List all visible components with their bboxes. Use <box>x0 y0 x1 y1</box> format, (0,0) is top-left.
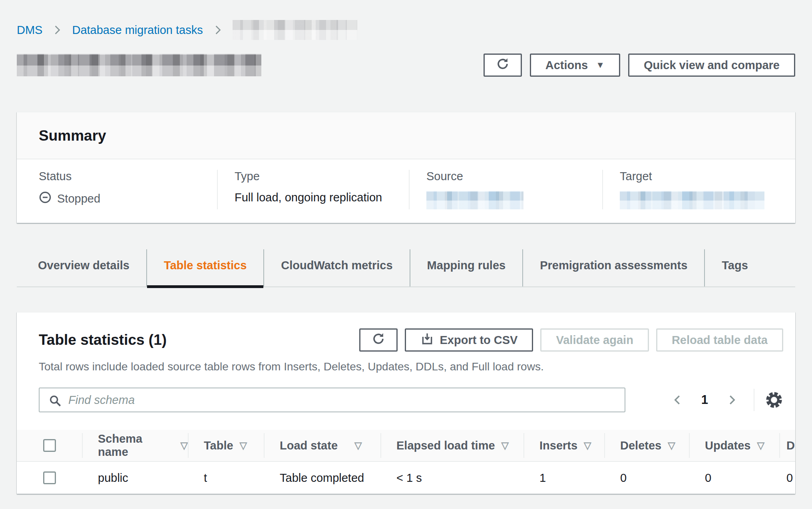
table-statistics-title: Table statistics (1) <box>39 332 167 348</box>
summary-body: Status Stopped Type Full load, ongoing r… <box>17 159 795 223</box>
status-value: Stopped <box>57 192 100 205</box>
header-buttons: Actions ▼ Quick view and compare <box>484 54 795 77</box>
summary-header: Summary <box>17 112 795 159</box>
select-all-checkbox[interactable] <box>43 439 56 452</box>
page-title-redacted <box>17 54 261 76</box>
table-statistics-buttons: Export to CSV Validate again Reload tabl… <box>359 328 783 352</box>
tab-mapping-rules[interactable]: Mapping rules <box>410 249 523 286</box>
refresh-button[interactable] <box>484 54 522 77</box>
summary-field-source: Source <box>409 170 602 209</box>
download-icon <box>420 332 434 348</box>
chevron-right-icon <box>213 25 223 35</box>
sort-icon[interactable]: ▽ <box>757 440 764 451</box>
sort-icon[interactable]: ▽ <box>668 440 675 451</box>
table-toolbar: 1 <box>17 373 795 412</box>
breadcrumb-current-redacted <box>233 20 357 40</box>
summary-field-target: Target <box>602 170 779 209</box>
type-value: Full load, ongoing replication <box>235 191 409 204</box>
column-header: Schema name <box>98 432 174 459</box>
field-label: Type <box>235 170 409 183</box>
refresh-table-button[interactable] <box>359 328 398 352</box>
reload-table-data-button[interactable]: Reload table data <box>656 328 783 352</box>
tab-cloudwatch-metrics[interactable]: CloudWatch metrics <box>263 249 409 286</box>
summary-field-type: Type Full load, ongoing replication <box>217 170 409 209</box>
refresh-icon <box>496 57 510 74</box>
sort-icon[interactable]: ▽ <box>502 440 509 451</box>
tab-table-statistics[interactable]: Table statistics <box>146 249 263 286</box>
cell-deletes: 0 <box>604 462 689 494</box>
tab-premigration-assessments[interactable]: Premigration assessments <box>522 249 704 286</box>
table-row: public t Table completed < 1 s 1 0 0 0 <box>17 462 795 494</box>
column-header: Elapsed load time <box>396 439 495 452</box>
cell-elapsed-load-time: < 1 s <box>380 462 523 494</box>
summary-panel: Summary Status Stopped Type Full load, o… <box>17 112 795 223</box>
actions-button[interactable]: Actions ▼ <box>530 54 620 77</box>
row-checkbox[interactable] <box>43 471 56 484</box>
toolbar-divider <box>754 389 754 411</box>
pagination: 1 <box>668 389 783 411</box>
column-header: Inserts <box>539 439 577 452</box>
export-csv-button[interactable]: Export to CSV <box>405 328 533 352</box>
breadcrumb-link-dms[interactable]: DMS <box>17 24 42 37</box>
target-link-redacted[interactable] <box>620 191 764 209</box>
breadcrumb: DMS Database migration tasks <box>17 20 795 40</box>
summary-field-status: Status Stopped <box>17 170 217 209</box>
cell-table: t <box>188 462 264 494</box>
cell-ddls: 0 <box>779 462 795 494</box>
search-input[interactable] <box>40 388 625 412</box>
page-header: Actions ▼ Quick view and compare <box>17 54 795 77</box>
table-statistics-table: Schema name▽ Table▽ Load state▽ Elapsed … <box>17 430 795 494</box>
column-header: Table <box>204 439 233 452</box>
sort-icon[interactable]: ▽ <box>181 440 188 451</box>
column-header: D <box>786 439 795 452</box>
refresh-icon <box>371 332 386 349</box>
quick-view-compare-button[interactable]: Quick view and compare <box>628 54 795 77</box>
field-label: Status <box>39 170 217 183</box>
chevron-right-icon <box>52 25 62 35</box>
next-page-icon[interactable] <box>722 394 742 406</box>
table-statistics-panel: Table statistics (1) Export to CSV Valid… <box>17 312 795 494</box>
stopped-icon <box>39 191 52 207</box>
task-tabs: Overview details Table statistics CloudW… <box>17 249 795 287</box>
sort-icon[interactable]: ▽ <box>584 440 591 451</box>
cell-load-state: Table completed <box>264 462 380 494</box>
sort-icon[interactable]: ▽ <box>354 440 362 451</box>
sort-icon[interactable]: ▽ <box>240 440 247 451</box>
dms-task-page: DMS Database migration tasks Actions ▼ Q… <box>0 20 812 509</box>
field-label: Source <box>426 170 602 183</box>
table-statistics-header: Table statistics (1) Export to CSV Valid… <box>17 312 795 352</box>
source-link-redacted[interactable] <box>426 191 523 209</box>
column-header: Load state <box>280 439 338 452</box>
gear-icon[interactable] <box>765 391 783 409</box>
cell-schema-name: public <box>82 462 188 494</box>
field-label: Target <box>620 170 779 183</box>
caret-down-icon: ▼ <box>596 60 605 70</box>
tab-overview-details[interactable]: Overview details <box>17 249 146 286</box>
previous-page-icon[interactable] <box>668 394 688 406</box>
validate-again-button[interactable]: Validate again <box>540 328 649 352</box>
table-header-row: Schema name▽ Table▽ Load state▽ Elapsed … <box>17 430 795 462</box>
column-header: Deletes <box>620 439 661 452</box>
column-header: Updates <box>705 439 750 452</box>
current-page-number[interactable]: 1 <box>688 393 722 407</box>
cell-updates: 0 <box>689 462 779 494</box>
schema-search <box>39 388 625 412</box>
table-statistics-description: Total rows include loaded source table r… <box>17 352 795 373</box>
summary-title: Summary <box>39 127 106 144</box>
cell-inserts: 1 <box>523 462 604 494</box>
tab-tags[interactable]: Tags <box>704 249 765 286</box>
breadcrumb-link-tasks[interactable]: Database migration tasks <box>72 24 203 37</box>
